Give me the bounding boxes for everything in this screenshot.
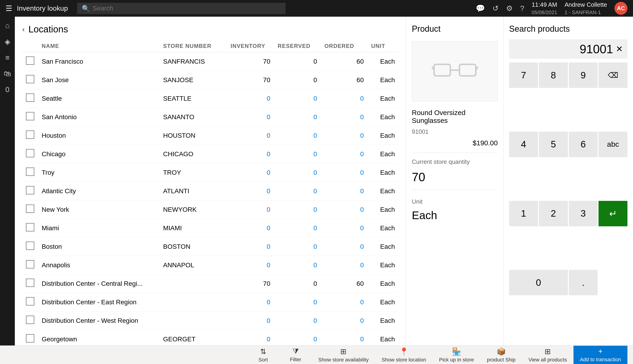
show-store-availability-label: Show store availability (318, 357, 369, 363)
row-checkbox[interactable] (26, 130, 34, 139)
sort-icon: ⇅ (260, 347, 266, 356)
badge-nav-item[interactable]: 0 (5, 86, 10, 94)
home-nav-icon[interactable]: ⌂ (5, 21, 10, 30)
row-unit: Each (367, 71, 399, 89)
help-icon[interactable]: ? (520, 4, 524, 13)
row-inventory: 0 (227, 238, 274, 256)
row-name: San Antonio (38, 108, 159, 126)
key-abc[interactable]: abc (598, 132, 627, 157)
locations-panel: ‹ Locations NAME STORE NUMBER INVENTORY … (15, 17, 406, 346)
search-input[interactable] (93, 5, 281, 12)
row-reserved: 0 (274, 274, 321, 293)
key-0[interactable]: 0 (509, 270, 568, 295)
refresh-icon[interactable]: ↺ (492, 4, 499, 13)
sort-button[interactable]: ⇅ Sort (247, 346, 279, 364)
current-store-quantity-value: 70 (412, 170, 498, 184)
avatar[interactable]: AC (614, 2, 627, 15)
locations-table: NAME STORE NUMBER INVENTORY RESERVED ORD… (22, 40, 399, 346)
row-store (159, 293, 227, 312)
key-8[interactable]: 8 (539, 62, 568, 88)
cart-nav-item[interactable]: 🛍 (4, 70, 11, 78)
show-store-location-label: Show store location (382, 357, 426, 363)
view-all-products-button[interactable]: ⊞ View all products (522, 346, 573, 364)
products-nav-icon[interactable]: ◈ (5, 37, 11, 46)
table-row: Troy TROY 0 0 0 Each (22, 163, 399, 182)
row-reserved: 0 (274, 312, 321, 330)
row-store: TROY (159, 163, 227, 182)
unit-value: Each (412, 209, 498, 222)
row-store: GEORGET (159, 330, 227, 346)
row-checkbox-cell (22, 293, 38, 312)
ship-button[interactable]: 📦 product Ship (480, 346, 522, 364)
keypad-clear-icon[interactable]: ✕ (616, 44, 623, 54)
key-enter[interactable]: ↵ (598, 201, 627, 226)
row-checkbox[interactable] (26, 204, 34, 213)
sort-label: Sort (258, 357, 268, 363)
row-checkbox-cell (22, 238, 38, 256)
current-store-quantity-label: Current store quantity (412, 158, 498, 166)
chat-icon[interactable]: 💬 (476, 4, 485, 13)
show-store-location-button[interactable]: 📍 Show store location (375, 346, 433, 364)
row-checkbox[interactable] (26, 278, 34, 287)
row-inventory: 70 (227, 274, 274, 293)
svg-rect-0 (434, 64, 450, 76)
row-name: Boston (38, 238, 159, 256)
keypad-panel: Search products 91001 ✕ 7 8 9 ⌫ 4 5 6 ab… (503, 17, 633, 346)
back-button[interactable]: ‹ (22, 25, 25, 34)
row-checkbox[interactable] (26, 56, 34, 65)
topbar: ☰ Inventory lookup 🔍 💬 ↺ ⚙ ? 11:49 AM 05… (0, 0, 633, 17)
filter-icon: ⧩ (292, 347, 299, 356)
row-checkbox[interactable] (26, 186, 34, 194)
settings-icon[interactable]: ⚙ (506, 4, 513, 13)
show-store-availability-button[interactable]: ⊞ Show store availability (312, 346, 375, 364)
key-5[interactable]: 5 (539, 132, 568, 157)
row-checkbox[interactable] (26, 242, 34, 250)
row-ordered: 0 (321, 182, 368, 200)
row-checkbox[interactable] (26, 260, 34, 268)
locations-title: Locations (29, 24, 68, 34)
product-price: $190.00 (412, 139, 498, 147)
svg-rect-1 (460, 64, 476, 76)
col-header-reserved: RESERVED (274, 40, 321, 52)
row-unit: Each (367, 293, 399, 312)
pick-up-store-button[interactable]: 🏪 Pick up in store (433, 346, 480, 364)
key-backspace[interactable]: ⌫ (598, 62, 627, 88)
row-checkbox[interactable] (26, 316, 34, 324)
col-header-ordered: ORDERED (321, 40, 368, 52)
key-4[interactable]: 4 (509, 132, 538, 157)
key-9[interactable]: 9 (569, 62, 598, 88)
search-bar[interactable]: 🔍 (77, 3, 285, 14)
row-checkbox[interactable] (26, 149, 34, 157)
key-7[interactable]: 7 (509, 62, 538, 88)
row-unit: Each (367, 108, 399, 126)
add-transaction-label: Add to transaction (580, 356, 621, 362)
keypad-display-value: 91001 (514, 42, 613, 56)
row-checkbox[interactable] (26, 223, 34, 232)
filter-button[interactable]: ⧩ Filter (279, 346, 312, 364)
keypad-display: 91001 ✕ (509, 39, 627, 59)
row-store: SANANTO (159, 108, 227, 126)
add-transaction-button[interactable]: + Add to transaction (573, 346, 627, 364)
row-checkbox[interactable] (26, 334, 34, 342)
row-checkbox-cell (22, 89, 38, 108)
key-6[interactable]: 6 (569, 132, 598, 157)
key-dot[interactable]: . (569, 270, 598, 295)
row-reserved: 0 (274, 293, 321, 312)
row-checkbox[interactable] (26, 168, 34, 176)
key-3[interactable]: 3 (569, 201, 598, 226)
row-checkbox[interactable] (26, 75, 34, 83)
list-nav-icon[interactable]: ≡ (5, 54, 10, 62)
table-row: Atlantic City ATLANTI 0 0 0 Each (22, 182, 399, 200)
row-unit: Each (367, 126, 399, 145)
product-divider (412, 152, 498, 153)
hamburger-menu-icon[interactable]: ☰ (6, 4, 12, 13)
product-divider2 (412, 190, 498, 190)
row-inventory: 0 (227, 182, 274, 200)
row-checkbox[interactable] (26, 297, 34, 306)
row-ordered: 0 (321, 330, 368, 346)
col-header-inventory: INVENTORY (227, 40, 274, 52)
key-2[interactable]: 2 (539, 201, 568, 226)
row-checkbox[interactable] (26, 94, 34, 102)
row-checkbox[interactable] (26, 112, 34, 120)
key-1[interactable]: 1 (509, 201, 538, 226)
